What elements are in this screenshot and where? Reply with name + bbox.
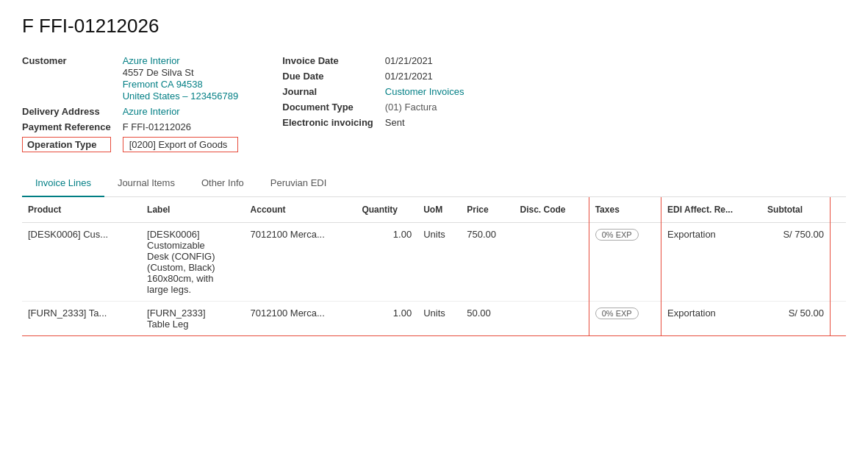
address-line3: United States – 123456789 bbox=[123, 90, 239, 102]
tabs: Invoice Lines Journal Items Other Info P… bbox=[22, 170, 846, 197]
col-disc-code: Disc. Code bbox=[514, 197, 589, 223]
col-edi: EDI Affect. Re... bbox=[661, 197, 762, 223]
label-detail-2: Table Leg bbox=[147, 319, 239, 330]
electronic-label: Electronic invoicing bbox=[282, 117, 373, 128]
col-label: Label bbox=[141, 197, 245, 223]
cell-account-2: 7012100 Merca... bbox=[245, 302, 356, 336]
cell-quantity-1: 1.00 bbox=[356, 223, 417, 302]
cell-quantity-2: 1.00 bbox=[356, 302, 417, 336]
col-more bbox=[831, 197, 846, 223]
tax-badge-2: 0% EXP bbox=[595, 308, 639, 319]
table-header-row: Product Label Account Quantity UoM Price… bbox=[22, 197, 846, 223]
invoice-lines-table: Product Label Account Quantity UoM Price… bbox=[22, 197, 846, 336]
cell-product-1: [DESK0006] Cus... bbox=[22, 223, 141, 302]
cell-edi-1: Exportation bbox=[661, 223, 762, 302]
tax-badge-1: 0% EXP bbox=[595, 229, 639, 241]
cell-label-2: [FURN_2333] Table Leg bbox=[141, 302, 245, 336]
info-section: Customer Azure Interior 4557 De Silva St… bbox=[22, 55, 846, 152]
customer-name[interactable]: Azure Interior bbox=[123, 55, 239, 66]
cell-disc-1 bbox=[514, 223, 589, 302]
tab-journal-items[interactable]: Journal Items bbox=[104, 170, 188, 197]
cell-more-2 bbox=[831, 302, 846, 336]
customer-label: Customer bbox=[22, 55, 111, 102]
delivery-address-label: Delivery Address bbox=[22, 106, 111, 117]
tab-peruvian-edi[interactable]: Peruvian EDI bbox=[257, 170, 340, 197]
page-title: F FFI-01212026 bbox=[22, 15, 846, 38]
electronic-value: Sent bbox=[385, 117, 465, 128]
operation-type-label: Operation Type bbox=[22, 137, 111, 152]
cell-disc-2 bbox=[514, 302, 589, 336]
info-left: Customer Azure Interior 4557 De Silva St… bbox=[22, 55, 238, 152]
info-right: Invoice Date 01/21/2021 Due Date 01/21/2… bbox=[282, 55, 464, 152]
payment-ref-label: Payment Reference bbox=[22, 121, 111, 132]
tab-invoice-lines[interactable]: Invoice Lines bbox=[22, 170, 104, 197]
cell-subtotal-2: S/ 50.00 bbox=[761, 302, 830, 336]
label-main-1: [DESK0006] bbox=[147, 229, 239, 240]
cell-price-2: 50.00 bbox=[461, 302, 514, 336]
label-main-2: [FURN_2333] bbox=[147, 308, 239, 319]
col-uom: UoM bbox=[417, 197, 461, 223]
invoice-date-value: 01/21/2021 bbox=[385, 55, 465, 66]
cell-taxes-1: 0% EXP bbox=[589, 223, 661, 302]
cell-account-1: 7012100 Merca... bbox=[245, 223, 356, 302]
table-row: [DESK0006] Cus... [DESK0006] Customizabl… bbox=[22, 223, 846, 302]
cell-price-1: 750.00 bbox=[461, 223, 514, 302]
col-subtotal: Subtotal bbox=[761, 197, 830, 223]
col-account: Account bbox=[245, 197, 356, 223]
delivery-address-value[interactable]: Azure Interior bbox=[123, 106, 239, 117]
payment-ref-value: F FFI-01212026 bbox=[123, 121, 239, 132]
due-date-value: 01/21/2021 bbox=[385, 71, 465, 82]
doc-type-label: Document Type bbox=[282, 102, 373, 113]
table-row: [FURN_2333] Ta... [FURN_2333] Table Leg … bbox=[22, 302, 846, 336]
customer-address: Azure Interior 4557 De Silva St Fremont … bbox=[123, 55, 239, 102]
cell-taxes-2: 0% EXP bbox=[589, 302, 661, 336]
col-product: Product bbox=[22, 197, 141, 223]
cell-more-1 bbox=[831, 223, 846, 302]
cell-subtotal-1: S/ 750.00 bbox=[761, 223, 830, 302]
invoice-date-label: Invoice Date bbox=[282, 55, 373, 66]
cell-product-2: [FURN_2333] Ta... bbox=[22, 302, 141, 336]
cell-uom-1: Units bbox=[417, 223, 461, 302]
due-date-label: Due Date bbox=[282, 71, 373, 82]
col-price: Price bbox=[461, 197, 514, 223]
journal-label: Journal bbox=[282, 86, 373, 97]
cell-edi-2: Exportation bbox=[661, 302, 762, 336]
cell-uom-2: Units bbox=[417, 302, 461, 336]
address-line2: Fremont CA 94538 bbox=[123, 79, 239, 90]
cell-label-1: [DESK0006] Customizable Desk (CONFIG) (C… bbox=[141, 223, 245, 302]
doc-type-value: (01) Factura bbox=[385, 102, 465, 113]
label-detail-1: Customizable Desk (CONFIG) (Custom, Blac… bbox=[147, 240, 239, 295]
tab-other-info[interactable]: Other Info bbox=[188, 170, 257, 197]
col-quantity: Quantity bbox=[356, 197, 417, 223]
col-taxes: Taxes bbox=[589, 197, 661, 223]
journal-value[interactable]: Customer Invoices bbox=[385, 86, 465, 97]
address-line1: 4557 De Silva St bbox=[123, 67, 239, 78]
operation-type-value: [0200] Export of Goods bbox=[123, 137, 239, 152]
